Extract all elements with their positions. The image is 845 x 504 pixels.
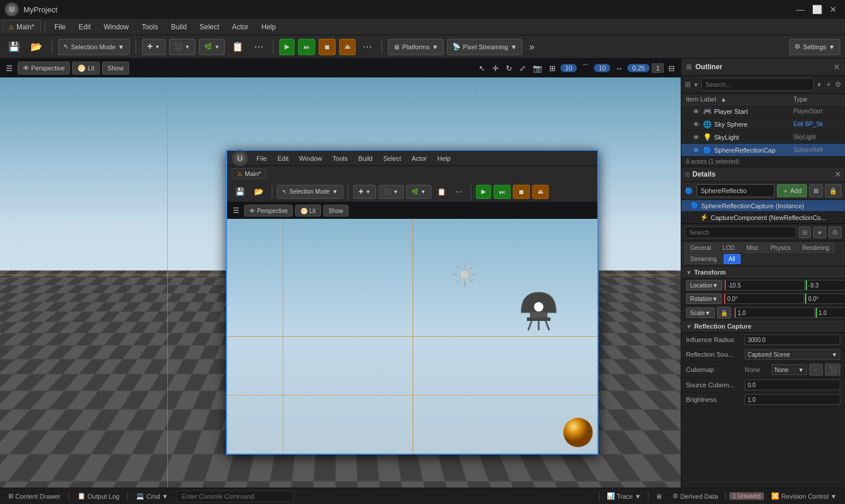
inner-menu-file[interactable]: File bbox=[252, 154, 272, 163]
outliner-item-1[interactable]: 👁 🌐 Sky Sphere Edit BP_Sk bbox=[681, 118, 845, 131]
inner-menu-tools[interactable]: Tools bbox=[328, 154, 353, 163]
perspective-button[interactable]: 👁 Perspective bbox=[18, 62, 70, 75]
grid-icon[interactable]: ⊞ bbox=[547, 63, 558, 74]
menu-edit[interactable]: Edit bbox=[73, 21, 97, 33]
details-grid-btn[interactable]: ⊞ bbox=[799, 226, 811, 238]
details-content[interactable]: ▼ Transform Location ▼ ↺ bbox=[681, 266, 845, 488]
grid-size-pill[interactable]: 10 bbox=[560, 64, 577, 72]
project-tab[interactable]: ⚠ Main* bbox=[2, 20, 41, 33]
cat-tab-rendering[interactable]: Rendering bbox=[797, 243, 834, 253]
details-layout-btn[interactable]: ⊞ bbox=[809, 184, 823, 197]
derived-data-btn[interactable]: ⚙ Derived Data bbox=[669, 491, 721, 501]
output-log-btn[interactable]: 📋 Output Log bbox=[74, 491, 123, 501]
reflection-source-dropdown[interactable]: Captured Scene ▼ bbox=[745, 349, 840, 360]
cat-tab-lod[interactable]: LOD bbox=[718, 243, 741, 253]
landscape-tool-button[interactable]: ⬛ ▼ bbox=[169, 39, 195, 55]
scale-lock-btn[interactable]: 🔒 bbox=[717, 307, 731, 319]
visibility-icon-3[interactable]: 👁 bbox=[693, 147, 699, 154]
menu-window[interactable]: Window bbox=[98, 21, 135, 33]
location-label-btn[interactable]: Location ▼ bbox=[686, 280, 722, 290]
inner-stop-btn[interactable]: ⏹ bbox=[513, 185, 530, 199]
location-y-input[interactable] bbox=[806, 280, 845, 290]
location-x-input[interactable] bbox=[725, 280, 805, 290]
details-search-input[interactable] bbox=[685, 226, 796, 238]
inner-landscape-btn[interactable]: ⬛ ▼ bbox=[378, 185, 404, 199]
outliner-item-0[interactable]: 👁 🎮 Player Start PlayerStart bbox=[681, 105, 845, 118]
stop-button[interactable]: ⏹ bbox=[319, 39, 336, 55]
menu-tools[interactable]: Tools bbox=[136, 21, 164, 33]
inner-vp-menu-icon[interactable]: ☰ bbox=[231, 205, 242, 216]
outliner-expand-icon[interactable]: ⊞ bbox=[686, 63, 692, 71]
inner-lit-btn[interactable]: 🌕 Lit bbox=[295, 205, 321, 217]
inner-foliage-btn[interactable]: 🌿 ▼ bbox=[406, 185, 431, 199]
play-options-icon[interactable]: ⋯ bbox=[359, 39, 376, 55]
details-star-btn[interactable]: ★ bbox=[813, 226, 826, 238]
menu-actor[interactable]: Actor bbox=[226, 21, 254, 33]
foliage-tool-button[interactable]: 🌿 ▼ bbox=[199, 39, 225, 55]
view-num-box[interactable]: 1 bbox=[652, 63, 664, 73]
save-button[interactable]: 💾 bbox=[5, 39, 23, 55]
visibility-icon-2[interactable]: 👁 bbox=[693, 134, 699, 141]
place-mode-button[interactable]: ✚ ▼ bbox=[142, 39, 165, 55]
details-add-btn[interactable]: ＋ Add bbox=[777, 184, 807, 197]
settings-button[interactable]: ⚙ Settings ▼ bbox=[789, 39, 840, 55]
inner-save-btn[interactable]: 💾 bbox=[232, 184, 248, 200]
streaming-button[interactable]: 📡 Pixel Streaming ▼ bbox=[447, 39, 522, 55]
inner-perspective-btn[interactable]: 👁 Perspective bbox=[244, 205, 293, 217]
cubemap-browse-btn[interactable]: ⬛ bbox=[825, 364, 840, 376]
vp-maximize-icon[interactable]: ⊟ bbox=[666, 63, 677, 74]
lit-button[interactable]: 🌕 Lit bbox=[72, 62, 100, 75]
outliner-dropdown-icon[interactable]: ▼ bbox=[693, 82, 699, 88]
platforms-button[interactable]: 🖥 Platforms ▼ bbox=[388, 39, 443, 55]
selection-mode-button[interactable]: ↖ Selection Mode ▼ bbox=[58, 39, 130, 55]
visibility-icon-0[interactable]: 👁 bbox=[693, 108, 699, 115]
component-item-1[interactable]: ⚡ CaptureComponent (NewReflectionCo... bbox=[681, 212, 845, 224]
influence-radius-input[interactable] bbox=[745, 334, 840, 345]
more-options-icon[interactable]: ⋯ bbox=[251, 39, 267, 55]
monitor-btn[interactable]: 🖥 bbox=[652, 492, 665, 501]
revision-control-btn[interactable]: 🔀 Revision Control ▼ bbox=[768, 491, 840, 501]
inner-open-btn[interactable]: 📂 bbox=[251, 184, 267, 200]
inner-content-icon[interactable]: 📋 bbox=[434, 184, 449, 200]
cat-tab-physics[interactable]: Physics bbox=[765, 243, 796, 253]
outliner-filter-icon[interactable]: ⊞ bbox=[685, 80, 691, 89]
cubemap-back-btn[interactable]: ← bbox=[809, 364, 823, 376]
viewport-area[interactable]: ☰ 👁 Perspective 🌕 Lit Show ↖ ✛ ↻ ⤢ 📷 ⊞ 1… bbox=[0, 59, 681, 488]
outliner-settings-icon[interactable]: ⚙ bbox=[835, 80, 841, 89]
reflection-section-header[interactable]: ▼ Reflection Capture bbox=[681, 320, 845, 333]
inner-playnext-btn[interactable]: ⏭ bbox=[494, 185, 511, 199]
outliner-close-btn[interactable]: ✕ bbox=[833, 62, 840, 72]
details-settings-btn[interactable]: ⚙ bbox=[829, 226, 841, 238]
cat-tab-misc[interactable]: Misc bbox=[741, 243, 764, 253]
menu-build[interactable]: Build bbox=[165, 21, 192, 33]
details-close-btn[interactable]: ✕ bbox=[834, 170, 841, 179]
inner-menu-edit[interactable]: Edit bbox=[273, 154, 293, 163]
inner-menu-help[interactable]: Help bbox=[432, 154, 455, 163]
scale-label-btn[interactable]: Scale ▼ bbox=[686, 307, 715, 318]
outliner-dropdown2-icon[interactable]: ▼ bbox=[816, 82, 822, 88]
scale-pill[interactable]: 0.25 bbox=[627, 64, 649, 72]
scale-icon[interactable]: ↔ bbox=[613, 63, 625, 74]
outliner-item-2[interactable]: 👁 💡 SkyLight SkyLight bbox=[681, 131, 845, 144]
inner-place-btn[interactable]: ✚ ▼ bbox=[353, 185, 376, 199]
visibility-icon-1[interactable]: 👁 bbox=[693, 121, 699, 128]
inner-menu-window[interactable]: Window bbox=[295, 154, 327, 163]
inner-show-btn[interactable]: Show bbox=[323, 205, 349, 217]
inner-vp-content[interactable] bbox=[227, 219, 597, 454]
inner-project-tab[interactable]: Main* bbox=[245, 170, 261, 177]
cat-tab-streaming[interactable]: Streaming bbox=[685, 254, 722, 264]
console-input[interactable] bbox=[177, 491, 294, 502]
details-lock-btn[interactable]: 🔒 bbox=[825, 184, 841, 197]
inner-selection-mode-btn[interactable]: ↖ Selection Mode ▼ bbox=[277, 185, 343, 199]
scale-y-input[interactable] bbox=[816, 307, 845, 318]
source-cubemap-input[interactable] bbox=[745, 380, 840, 390]
outliner-add-icon[interactable]: ＋ bbox=[824, 79, 833, 90]
inner-more-icon[interactable]: ⋯ bbox=[452, 184, 466, 200]
viewport-menu-icon[interactable]: ☰ bbox=[4, 63, 15, 74]
cubemap-none-dropdown[interactable]: None ▼ bbox=[772, 364, 807, 375]
trace-btn[interactable]: 📊 Trace ▼ bbox=[603, 491, 645, 501]
rotation-label-btn[interactable]: Rotation ▼ bbox=[686, 293, 722, 304]
outliner-search-input[interactable] bbox=[701, 78, 814, 91]
cat-tab-general[interactable]: General bbox=[685, 243, 716, 253]
camera-icon[interactable]: 📷 bbox=[530, 63, 545, 74]
